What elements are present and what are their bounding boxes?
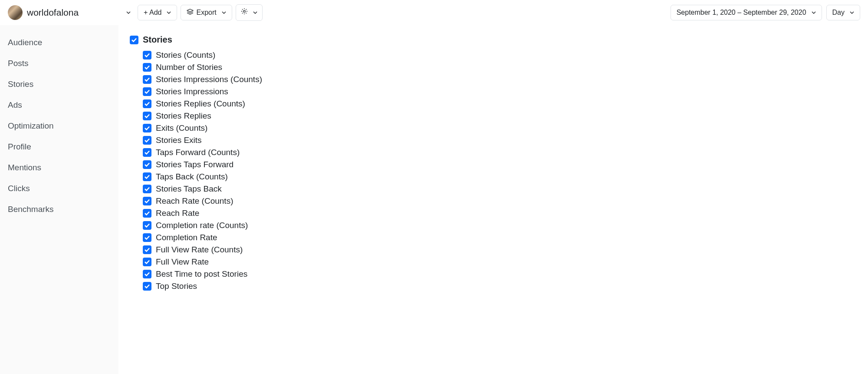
- sidebar-item-label: Profile: [8, 142, 31, 151]
- metric-checkbox[interactable]: [143, 124, 151, 132]
- sidebar-item-label: Mentions: [8, 163, 41, 172]
- date-range-label: September 1, 2020 – September 29, 2020: [677, 8, 806, 17]
- metric-checkbox[interactable]: [143, 87, 151, 96]
- sidebar-item[interactable]: Posts: [0, 53, 118, 74]
- metric-checkbox[interactable]: [143, 258, 151, 266]
- layers-icon: [187, 8, 194, 17]
- metric-checkbox[interactable]: [143, 209, 151, 218]
- metric-checkbox[interactable]: [143, 270, 151, 278]
- metric-checkbox[interactable]: [143, 112, 151, 120]
- metric-label: Stories Replies: [156, 111, 211, 121]
- sidebar-item-label: Clicks: [8, 184, 30, 193]
- metric-checkbox[interactable]: [143, 75, 151, 84]
- metric-item: Taps Back (Counts): [143, 171, 857, 183]
- metric-item: Stories Exits: [143, 134, 857, 146]
- granularity-label: Day: [832, 8, 845, 17]
- metric-label: Stories Impressions (Counts): [156, 75, 262, 84]
- metric-item: Top Stories: [143, 280, 857, 292]
- granularity-picker[interactable]: Day: [826, 5, 860, 21]
- metric-item: Stories (Counts): [143, 49, 857, 61]
- metric-label: Stories Taps Forward: [156, 160, 233, 169]
- add-button[interactable]: + Add: [138, 5, 177, 21]
- chevron-down-icon: [222, 11, 226, 14]
- metric-label: Taps Back (Counts): [156, 172, 228, 182]
- chevron-down-icon: [253, 11, 257, 14]
- metric-item: Full View Rate (Counts): [143, 244, 857, 256]
- metric-checkbox[interactable]: [143, 172, 151, 181]
- metric-checkbox[interactable]: [143, 160, 151, 169]
- sidebar-item-label: Benchmarks: [8, 205, 54, 214]
- svg-point-0: [243, 10, 245, 12]
- metric-item: Stories Impressions: [143, 86, 857, 98]
- metric-item: Number of Stories: [143, 61, 857, 73]
- metric-label: Stories Exits: [156, 136, 202, 145]
- metric-checkbox[interactable]: [143, 148, 151, 157]
- chevron-down-icon: [850, 11, 854, 14]
- metric-label: Stories Impressions: [156, 87, 228, 96]
- sidebar-item[interactable]: Benchmarks: [0, 199, 118, 220]
- metric-item: Taps Forward (Counts): [143, 146, 857, 159]
- metric-label: Top Stories: [156, 281, 197, 291]
- content: Stories Stories (Counts)Number of Storie…: [118, 25, 868, 374]
- metric-checkbox[interactable]: [143, 185, 151, 193]
- metric-item: Reach Rate: [143, 207, 857, 219]
- metric-checkbox[interactable]: [143, 221, 151, 230]
- section-title: Stories: [143, 35, 172, 45]
- sidebar-item[interactable]: Mentions: [0, 157, 118, 178]
- metric-item: Exits (Counts): [143, 122, 857, 134]
- export-button-label: Export: [196, 8, 216, 17]
- chevron-down-icon: [167, 11, 171, 14]
- metric-checkbox[interactable]: [143, 51, 151, 60]
- metric-checkbox[interactable]: [143, 136, 151, 145]
- sidebar-item[interactable]: Stories: [0, 74, 118, 95]
- metric-item: Stories Taps Forward: [143, 159, 857, 171]
- metric-item: Completion Rate: [143, 232, 857, 244]
- sidebar-item[interactable]: Ads: [0, 95, 118, 116]
- settings-button[interactable]: [236, 4, 263, 21]
- metric-label: Exits (Counts): [156, 123, 207, 133]
- sidebar-item[interactable]: Audience: [0, 32, 118, 53]
- metric-item: Best Time to post Stories: [143, 268, 857, 280]
- metric-label: Stories Replies (Counts): [156, 99, 245, 109]
- avatar: [8, 5, 23, 20]
- gear-icon: [241, 8, 248, 17]
- metric-label: Full View Rate: [156, 257, 209, 267]
- sidebar-item[interactable]: Profile: [0, 136, 118, 157]
- metric-item: Stories Taps Back: [143, 183, 857, 195]
- sidebar: AudiencePostsStoriesAdsOptimizationProfi…: [0, 25, 118, 374]
- export-button[interactable]: Export: [181, 5, 232, 21]
- metric-label: Stories (Counts): [156, 50, 215, 60]
- section-checkbox[interactable]: [130, 36, 138, 44]
- sidebar-item-label: Audience: [8, 38, 42, 47]
- metric-checkbox[interactable]: [143, 63, 151, 72]
- metric-checkbox[interactable]: [143, 197, 151, 205]
- metric-checkbox[interactable]: [143, 282, 151, 291]
- metric-item: Stories Impressions (Counts): [143, 73, 857, 86]
- add-button-label: + Add: [144, 8, 161, 17]
- metric-label: Number of Stories: [156, 63, 222, 72]
- metric-checkbox[interactable]: [143, 99, 151, 108]
- metric-label: Stories Taps Back: [156, 184, 222, 194]
- metric-item: Full View Rate: [143, 256, 857, 268]
- metric-label: Completion Rate: [156, 233, 217, 242]
- metric-checkbox[interactable]: [143, 233, 151, 242]
- metric-item: Stories Replies (Counts): [143, 98, 857, 110]
- chevron-down-icon: [126, 11, 131, 14]
- metric-item: Completion rate (Counts): [143, 219, 857, 232]
- metric-label: Best Time to post Stories: [156, 269, 247, 279]
- sidebar-item[interactable]: Clicks: [0, 178, 118, 199]
- chevron-down-icon: [812, 11, 816, 14]
- metric-checkbox[interactable]: [143, 245, 151, 254]
- metric-label: Taps Forward (Counts): [156, 148, 240, 157]
- metric-label: Reach Rate (Counts): [156, 196, 233, 206]
- metric-item: Stories Replies: [143, 110, 857, 122]
- sidebar-item-label: Optimization: [8, 121, 54, 130]
- sidebar-item-label: Ads: [8, 100, 22, 109]
- metric-label: Reach Rate: [156, 209, 199, 218]
- metric-label: Completion rate (Counts): [156, 221, 248, 230]
- sidebar-item[interactable]: Optimization: [0, 116, 118, 136]
- date-range-picker[interactable]: September 1, 2020 – September 29, 2020: [671, 5, 822, 21]
- sidebar-item-label: Posts: [8, 59, 29, 68]
- metric-label: Full View Rate (Counts): [156, 245, 243, 255]
- account-selector[interactable]: worldofalona: [8, 3, 134, 22]
